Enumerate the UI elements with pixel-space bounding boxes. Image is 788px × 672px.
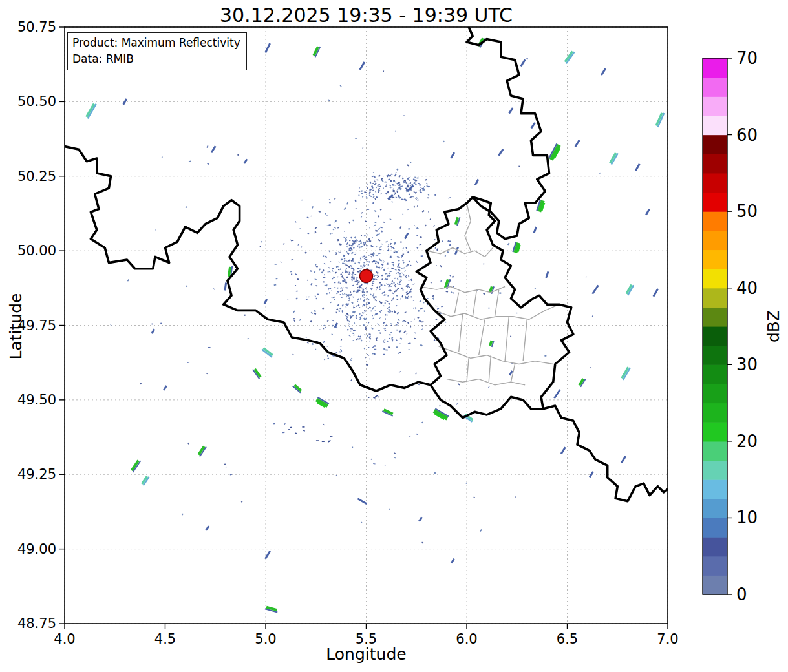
map-mark	[301, 200, 303, 200]
echo-streak	[565, 51, 574, 63]
map-mark	[351, 302, 354, 304]
map-mark	[434, 472, 436, 474]
map-mark	[396, 324, 398, 326]
map-mark	[374, 180, 376, 181]
map-mark	[386, 314, 388, 316]
map-mark	[395, 290, 397, 292]
map-mark	[646, 209, 649, 215]
map-mark	[327, 355, 328, 356]
map-mark	[352, 284, 354, 286]
map-mark	[375, 263, 376, 264]
map-mark	[445, 321, 446, 323]
map-mark	[394, 269, 396, 271]
map-mark	[440, 265, 442, 268]
map-mark	[427, 197, 429, 199]
map-mark	[350, 237, 352, 239]
map-mark	[353, 330, 356, 331]
map-mark	[383, 342, 385, 343]
echo-streak	[360, 62, 365, 70]
map-mark	[383, 328, 386, 329]
map-mark	[340, 294, 341, 295]
map-mark	[357, 268, 358, 269]
map-mark	[310, 270, 313, 272]
map-mark	[447, 251, 449, 253]
echo-streak	[314, 47, 320, 57]
map-mark	[338, 310, 340, 312]
map-mark	[445, 255, 447, 257]
map-mark	[358, 194, 359, 196]
map-mark	[419, 184, 421, 185]
map-mark	[416, 247, 418, 249]
map-mark	[362, 289, 363, 290]
map-mark	[420, 191, 422, 193]
map-mark	[516, 313, 518, 314]
map-mark	[372, 353, 374, 355]
map-mark	[296, 291, 298, 292]
map-mark	[421, 542, 423, 544]
map-mark	[310, 320, 312, 322]
map-mark	[261, 240, 262, 242]
map-mark	[330, 302, 332, 304]
map-mark	[206, 373, 208, 375]
map-mark	[375, 296, 377, 297]
map-mark	[403, 115, 405, 116]
map-mark	[418, 384, 420, 385]
colorbar-segment	[703, 326, 727, 346]
map-mark	[371, 328, 374, 330]
echo-streak	[253, 369, 261, 379]
map-mark	[449, 275, 451, 277]
map-mark	[292, 354, 293, 355]
map-mark	[332, 268, 334, 269]
map-mark	[360, 246, 363, 248]
map-mark	[378, 191, 379, 193]
map-mark	[417, 317, 419, 319]
map-mark	[399, 282, 400, 284]
map-mark	[385, 186, 387, 188]
echo-streak	[513, 242, 520, 253]
map-mark	[372, 295, 374, 297]
echo-streak	[265, 607, 277, 613]
map-mark	[393, 297, 394, 299]
map-mark	[383, 187, 384, 189]
map-mark	[327, 357, 329, 359]
map-mark	[544, 355, 546, 357]
map-mark	[526, 58, 528, 59]
map-mark	[454, 293, 458, 313]
map-mark	[378, 239, 380, 241]
map-mark	[292, 259, 294, 260]
map-mark	[499, 149, 504, 156]
map-mark	[273, 423, 275, 425]
map-mark	[390, 323, 392, 324]
map-mark	[394, 310, 396, 313]
echo-streak	[622, 367, 630, 380]
map-mark	[359, 187, 360, 188]
map-mark	[357, 298, 359, 300]
map-mark	[483, 293, 485, 295]
map-mark	[365, 257, 367, 258]
map-mark	[499, 292, 501, 293]
colorbar-tick-label: 30	[736, 355, 758, 374]
map-mark	[379, 318, 381, 319]
map-mark	[422, 189, 425, 191]
map-mark	[226, 467, 227, 468]
map-mark	[362, 266, 363, 268]
map-mark	[359, 313, 360, 315]
echo-streak	[531, 123, 535, 128]
map-mark	[391, 247, 393, 249]
map-mark	[304, 251, 306, 253]
map-mark	[363, 317, 365, 320]
map-mark	[385, 314, 387, 316]
map-mark	[367, 307, 369, 309]
map-mark	[372, 315, 373, 316]
map-mark	[381, 267, 383, 269]
map-mark	[340, 251, 341, 253]
map-mark	[140, 383, 142, 384]
map-mark	[383, 354, 385, 355]
map-mark	[342, 262, 345, 264]
map-mark	[350, 359, 352, 361]
map-mark	[375, 182, 376, 184]
map-mark	[368, 347, 369, 348]
map-mark	[421, 328, 423, 330]
map-mark	[331, 233, 332, 234]
map-mark	[349, 244, 351, 246]
